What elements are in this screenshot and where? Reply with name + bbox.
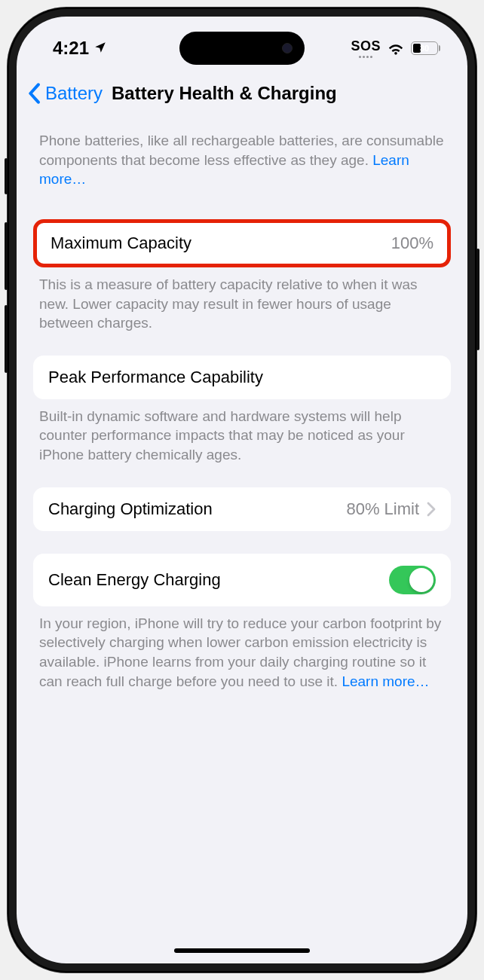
status-time: 4:21 [53, 38, 89, 59]
status-right: SOS 30 [351, 38, 440, 58]
clean-energy-footer: In your region, iPhone will try to reduc… [33, 606, 451, 691]
maximum-capacity-value: 100% [391, 234, 433, 253]
intro-description: Phone batteries, like all rechargeable b… [33, 114, 451, 197]
clean-energy-toggle[interactable] [389, 566, 436, 594]
battery-icon: 30 [411, 41, 440, 55]
home-indicator[interactable] [174, 948, 310, 953]
maximum-capacity-footer: This is a measure of battery capacity re… [33, 267, 451, 333]
back-chevron-icon[interactable] [27, 83, 41, 104]
peak-performance-label: Peak Performance Capability [48, 368, 263, 387]
status-left: 4:21 [53, 38, 107, 59]
chevron-right-icon [427, 502, 436, 517]
charging-optimization-value: 80% Limit [346, 499, 419, 519]
content-area: Phone batteries, like all rechargeable b… [17, 114, 467, 691]
front-camera [282, 43, 293, 53]
power-button [476, 249, 479, 350]
volume-up-button [5, 222, 8, 290]
clean-energy-label: Clean Energy Charging [48, 570, 221, 590]
peak-performance-row[interactable]: Peak Performance Capability [33, 356, 451, 399]
location-arrow-icon [93, 38, 107, 59]
navigation-bar: Battery Battery Health & Charging [17, 69, 467, 114]
sos-indicator: SOS [351, 38, 381, 58]
peak-performance-footer: Built-in dynamic software and hardware s… [33, 399, 451, 465]
clean-energy-learn-more-link[interactable]: Learn more… [342, 673, 429, 689]
phone-screen: 4:21 SOS 30 [17, 17, 467, 963]
back-button-label[interactable]: Battery [45, 83, 103, 104]
clean-energy-charging-row: Clean Energy Charging [33, 554, 451, 606]
dynamic-island[interactable] [179, 32, 305, 65]
sos-label: SOS [351, 38, 381, 54]
maximum-capacity-row[interactable]: Maximum Capacity 100% [33, 219, 451, 267]
maximum-capacity-label: Maximum Capacity [51, 234, 191, 253]
cellular-dots-icon [359, 56, 372, 58]
volume-down-button [5, 305, 8, 373]
battery-percent: 30 [420, 44, 429, 53]
phone-frame: 4:21 SOS 30 [8, 8, 476, 972]
charging-optimization-label: Charging Optimization [48, 499, 213, 519]
charging-optimization-row[interactable]: Charging Optimization 80% Limit [33, 487, 451, 531]
mute-switch [5, 158, 8, 194]
page-title: Battery Health & Charging [112, 83, 337, 104]
wifi-icon [387, 41, 405, 55]
